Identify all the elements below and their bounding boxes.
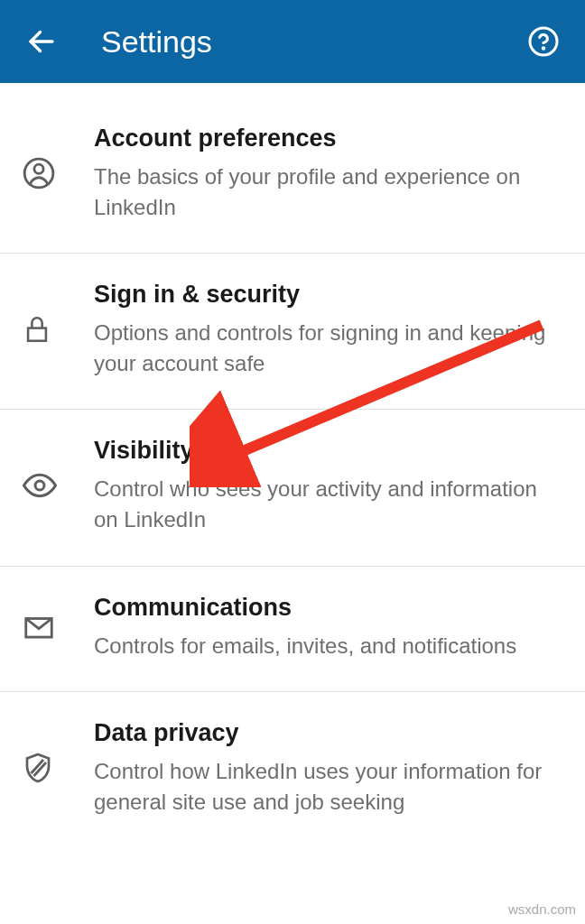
section-visibility[interactable]: Visibility Control who sees your activit… (0, 410, 585, 566)
svg-point-2 (543, 48, 544, 50)
svg-rect-5 (28, 328, 46, 341)
profile-icon (22, 156, 76, 190)
section-title: Data privacy (94, 719, 563, 747)
section-data-privacy[interactable]: Data privacy Control how LinkedIn uses y… (0, 692, 585, 847)
help-button[interactable] (524, 22, 563, 61)
section-description: Control how LinkedIn uses your informati… (94, 756, 563, 817)
section-title: Sign in & security (94, 281, 563, 309)
eye-icon (22, 467, 76, 504)
section-title: Communications (94, 594, 563, 622)
envelope-icon (22, 610, 76, 644)
section-description: The basics of your profile and experienc… (94, 162, 563, 222)
arrow-left-icon (25, 25, 58, 58)
section-description: Options and controls for signing in and … (94, 318, 563, 378)
section-description: Control who sees your activity and infor… (94, 474, 563, 534)
section-communications[interactable]: Communications Controls for emails, invi… (0, 567, 585, 693)
section-description: Controls for emails, invites, and notifi… (94, 631, 563, 661)
svg-point-6 (35, 481, 44, 490)
section-account-preferences[interactable]: Account preferences The basics of your p… (0, 83, 585, 254)
help-icon (527, 25, 560, 58)
page-title: Settings (101, 24, 524, 60)
back-button[interactable] (22, 22, 61, 61)
watermark: wsxdn.com (508, 901, 576, 917)
section-signin-security[interactable]: Sign in & security Options and controls … (0, 254, 585, 410)
settings-list: Account preferences The basics of your p… (0, 83, 585, 847)
svg-point-4 (34, 164, 43, 173)
header-bar: Settings (0, 0, 585, 83)
lock-icon (22, 314, 76, 345)
section-title: Visibility (94, 437, 563, 465)
section-title: Account preferences (94, 125, 563, 152)
shield-icon (22, 752, 76, 784)
